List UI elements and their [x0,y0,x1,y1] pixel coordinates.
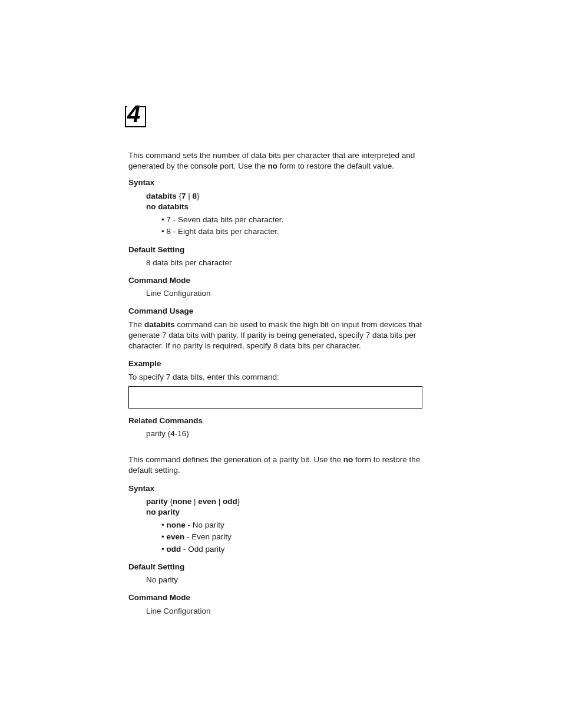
databits-example-heading: Example [128,358,423,369]
page: 4 This command sets the number of data b… [0,0,562,728]
opt-none-text: - No parity [186,521,224,529]
databits-usage-heading: Command Usage [128,306,423,317]
parity-default-heading: Default Setting [128,562,423,572]
parity-opt-none: none [173,497,191,506]
brace-open: { [168,497,173,506]
databits-opt-7: 7 [181,192,186,200]
usage-pre: The [128,320,144,329]
parity-opt-even: even [198,497,216,506]
opt-even-bold: even [166,532,184,541]
databits-opt7-desc: 7 - Seven data bits per character. [161,215,423,225]
databits-related-value: parity (4-16) [146,429,423,439]
chapter-marker: 4 [125,106,147,129]
pipe: | [216,497,223,506]
databits-syntax-heading: Syntax [128,177,423,188]
databits-option-list: 7 - Seven data bits per character. 8 - E… [128,215,423,237]
parity-opt-none-desc: none - No parity [161,520,423,531]
parity-no-cmd: no parity [146,508,180,516]
databits-syntax-line2: no databits [146,202,423,212]
pipe: | [191,497,198,506]
databits-usage-body: The databits command can be used to mask… [128,319,423,352]
parity-intro: This command defines the generation of a… [128,454,423,476]
databits-mode-value: Line Configuration [146,288,423,299]
opt-odd-text: - Odd parity [181,545,224,554]
parity-intro-bold: no [343,455,353,464]
pipe: | [186,192,193,200]
databits-example-box [128,386,422,409]
databits-opt-8: 8 [193,192,197,200]
brace-close: } [237,497,240,506]
parity-opt-odd-desc: odd - Odd parity [161,544,423,555]
databits-no-cmd: no databits [146,202,189,211]
parity-syntax-heading: Syntax [128,483,423,494]
parity-opt-odd: odd [223,497,237,506]
parity-intro-pre: This command defines the generation of a… [128,455,343,464]
databits-intro-post: form to restore the default value. [277,162,394,170]
usage-bold: databits [144,320,175,329]
brace-close: } [197,192,200,200]
parity-default-value: No parity [146,575,423,585]
opt-even-text: - Even parity [184,532,232,541]
parity-mode-heading: Command Mode [128,592,423,603]
databits-syntax-line1: databits {7 | 8} [146,191,423,202]
opt-none-bold: none [166,521,185,529]
chapter-number: 4 [127,102,140,126]
databits-example-text: To specify 7 data bits, enter this comma… [128,372,423,383]
databits-default-value: 8 data bits per character [146,258,423,268]
databits-mode-heading: Command Mode [128,275,423,286]
parity-syntax-line2: no parity [146,507,423,518]
databits-intro-bold: no [267,162,277,170]
opt-odd-bold: odd [166,545,181,554]
parity-option-list: none - No parity even - Even parity odd … [128,520,423,555]
databits-cmd: databits [146,192,177,200]
parity-opt-even-desc: even - Even parity [161,532,423,542]
page-content: This command sets the number of data bit… [128,150,423,617]
parity-cmd: parity [146,497,168,506]
brace-open: { [177,192,181,200]
databits-related-heading: Related Commands [128,416,423,426]
databits-opt8-desc: 8 - Eight data bits per character. [161,226,423,237]
databits-intro: This command sets the number of data bit… [128,150,423,172]
parity-syntax-line1: parity {none | even | odd} [146,496,423,507]
parity-mode-value: Line Configuration [146,606,423,617]
databits-default-heading: Default Setting [128,245,423,255]
